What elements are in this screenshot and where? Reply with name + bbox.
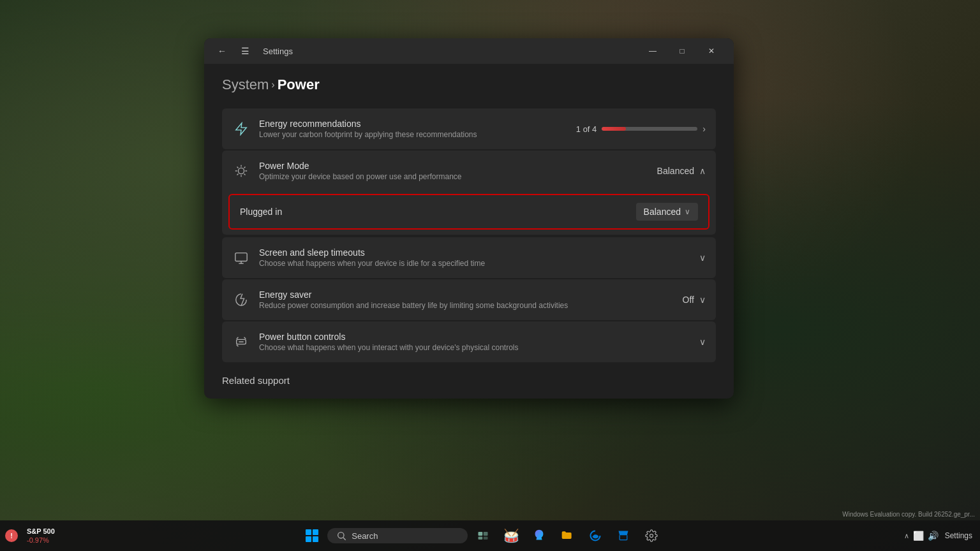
taskbar-search[interactable]: Search	[327, 528, 468, 543]
svg-rect-20	[484, 532, 488, 536]
svg-point-23	[650, 534, 653, 538]
power-mode-header[interactable]: Power Mode Optimize your device based on…	[222, 151, 716, 191]
close-button[interactable]: ✕	[697, 41, 726, 61]
screen-sleep-chevron: ∨	[699, 253, 706, 263]
energy-saver-title: Energy saver	[259, 290, 674, 300]
settings-window: ← ☰ Settings — □ ✕ System › Power	[204, 38, 734, 399]
svg-rect-9	[235, 253, 247, 261]
settings-tray-label[interactable]: Settings	[945, 531, 972, 540]
energy-saver-desc: Reduce power consumption and increase ba…	[259, 301, 674, 310]
power-button-item[interactable]: Power button controls Choose what happen…	[222, 321, 716, 362]
window-content: System › Power Energy recommendations Lo…	[204, 64, 734, 399]
svg-line-6	[244, 174, 246, 175]
energy-saver-item[interactable]: Energy saver Reduce power consumption an…	[222, 279, 716, 320]
settings-gear-icon	[645, 529, 658, 542]
copilot-button[interactable]	[526, 523, 552, 548]
back-button[interactable]: ←	[212, 41, 232, 61]
screen-sleep-desc: Choose what happens when your device is …	[259, 259, 690, 268]
stock-widget[interactable]: S&P 500 -0.97%	[22, 524, 60, 548]
screen-sleep-icon	[232, 251, 250, 265]
svg-point-0	[238, 168, 244, 173]
plugged-in-row[interactable]: Plugged in Balanced ∨	[228, 194, 709, 230]
volume-icon[interactable]: 🔊	[928, 531, 939, 541]
energy-saver-chevron: ∨	[699, 295, 706, 305]
edge-button[interactable]	[583, 523, 608, 548]
task-view-button[interactable]	[470, 523, 496, 548]
sys-tray: ∧ ⬜ 🔊 Settings	[904, 531, 972, 541]
music-app-button[interactable]: 🥁	[498, 523, 524, 548]
screen-sleep-text: Screen and sleep timeouts Choose what ha…	[259, 247, 690, 268]
svg-line-12	[237, 337, 239, 339]
power-mode-desc: Optimize your device based on power use …	[259, 172, 648, 181]
energy-count: 1 of 4	[576, 124, 597, 134]
energy-rec-icon	[232, 122, 250, 136]
settings-app-button[interactable]	[639, 523, 664, 548]
energy-rec-text: Energy recommendations Lower your carbon…	[259, 119, 567, 139]
power-button-icon	[232, 335, 250, 349]
breadcrumb-current: Power	[278, 77, 320, 93]
breadcrumb-arrow: ›	[271, 79, 274, 91]
svg-line-18	[343, 538, 346, 540]
window-controls: — □ ✕	[638, 41, 726, 61]
energy-saver-value: Off	[683, 295, 694, 305]
search-icon	[336, 531, 346, 541]
power-button-desc: Choose what happens when you interact wi…	[259, 343, 690, 352]
power-mode-title: Power Mode	[259, 161, 648, 171]
eval-watermark: Windows Evaluation copy. Build 26252.ge_…	[842, 511, 975, 518]
minimize-button[interactable]: —	[638, 41, 667, 61]
edge-icon	[589, 529, 602, 542]
energy-saver-right: Off ∨	[683, 295, 706, 305]
energy-rec-title: Energy recommendations	[259, 119, 567, 129]
file-explorer-icon	[561, 529, 574, 542]
energy-rec-chevron: ›	[702, 124, 706, 134]
related-support[interactable]: Related support	[222, 375, 716, 386]
power-mode-chevron: ∧	[699, 166, 706, 176]
power-mode-text: Power Mode Optimize your device based on…	[259, 161, 648, 181]
power-button-title: Power button controls	[259, 332, 690, 342]
svg-rect-19	[479, 532, 483, 536]
maximize-button[interactable]: □	[667, 41, 697, 61]
hamburger-button[interactable]: ☰	[235, 41, 255, 61]
up-arrow-icon[interactable]: ∧	[904, 532, 909, 540]
taskbar-center: Search 🥁	[60, 523, 904, 548]
power-button-text: Power button controls Choose what happen…	[259, 332, 690, 352]
dropdown-chevron-icon: ∨	[685, 207, 690, 216]
balanced-value: Balanced	[644, 207, 681, 217]
energy-rec-right: 1 of 4 ›	[576, 124, 706, 134]
breadcrumb: System › Power	[222, 77, 716, 93]
store-button[interactable]	[611, 523, 636, 548]
screen-sleep-title: Screen and sleep timeouts	[259, 247, 690, 258]
energy-bar-fill	[602, 127, 626, 131]
energy-saver-icon	[232, 293, 250, 307]
energy-recommendations-item[interactable]: Energy recommendations Lower your carbon…	[222, 108, 716, 149]
taskbar: ! S&P 500 -0.97%	[0, 520, 980, 551]
titlebar-nav: ← ☰	[212, 41, 255, 61]
display-icon[interactable]: ⬜	[913, 531, 924, 541]
power-mode-icon	[232, 164, 250, 178]
titlebar-title: Settings	[260, 47, 633, 56]
stock-alert-icon: !	[5, 529, 18, 542]
power-button-chevron: ∨	[699, 337, 706, 347]
svg-line-5	[237, 167, 239, 168]
windows-start-button[interactable]	[299, 523, 325, 548]
svg-line-7	[237, 174, 239, 175]
breadcrumb-system[interactable]: System	[222, 77, 269, 93]
energy-bar-track	[602, 127, 697, 131]
balanced-dropdown[interactable]: Balanced ∨	[636, 203, 698, 221]
energy-saver-text: Energy saver Reduce power consumption an…	[259, 290, 674, 310]
svg-line-13	[237, 345, 239, 347]
stock-name: S&P 500	[27, 527, 55, 536]
svg-rect-22	[484, 537, 488, 540]
svg-line-8	[244, 167, 246, 168]
plugged-in-label: Plugged in	[240, 207, 636, 217]
drum-icon: 🥁	[503, 528, 519, 543]
screen-sleep-right: ∨	[699, 253, 706, 263]
file-explorer-button[interactable]	[554, 523, 580, 548]
screen-sleep-item[interactable]: Screen and sleep timeouts Choose what ha…	[222, 237, 716, 278]
power-mode-value: Balanced	[657, 166, 694, 176]
store-icon	[617, 529, 630, 542]
settings-list: Energy recommendations Lower your carbon…	[222, 108, 716, 362]
search-bar-label: Search	[352, 531, 378, 541]
task-view-icon	[477, 530, 489, 541]
svg-line-14	[244, 337, 246, 339]
